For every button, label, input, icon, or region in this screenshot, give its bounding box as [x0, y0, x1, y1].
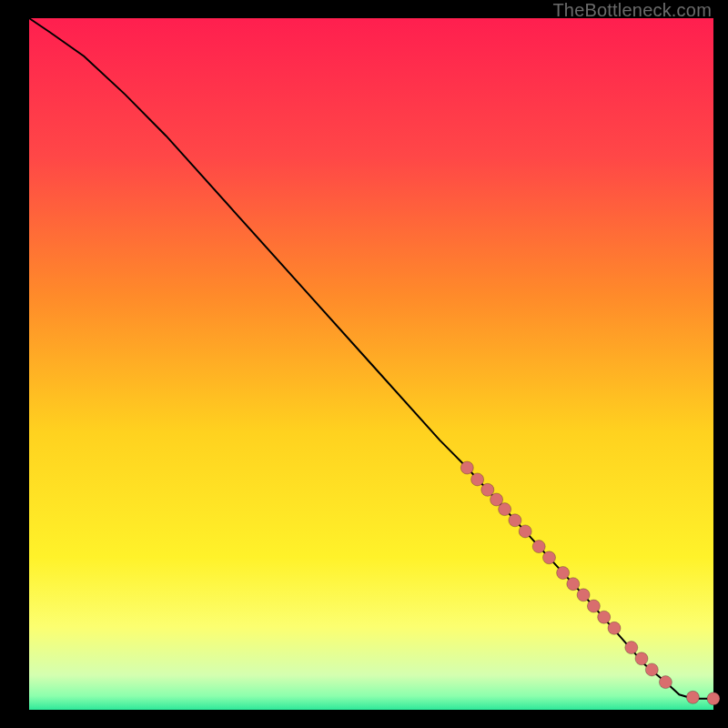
data-point [645, 663, 658, 676]
data-point [608, 622, 621, 634]
data-point [519, 525, 531, 538]
chart-frame: TheBottleneck.com [0, 0, 728, 728]
data-point [625, 642, 638, 654]
data-point [460, 461, 473, 474]
data-point [587, 600, 600, 612]
bottleneck-curve [29, 18, 713, 699]
data-point [557, 567, 570, 580]
data-point [532, 541, 545, 553]
data-point [635, 652, 648, 665]
data-point [481, 483, 494, 496]
data-point [567, 578, 580, 591]
data-point [509, 514, 521, 527]
data-point [543, 551, 556, 564]
chart-overlay [29, 18, 713, 710]
data-point [598, 611, 611, 623]
data-point [471, 473, 484, 486]
data-point [499, 503, 511, 516]
data-point [707, 693, 720, 705]
data-point [577, 589, 590, 602]
data-point [686, 691, 699, 703]
data-point [659, 676, 672, 689]
